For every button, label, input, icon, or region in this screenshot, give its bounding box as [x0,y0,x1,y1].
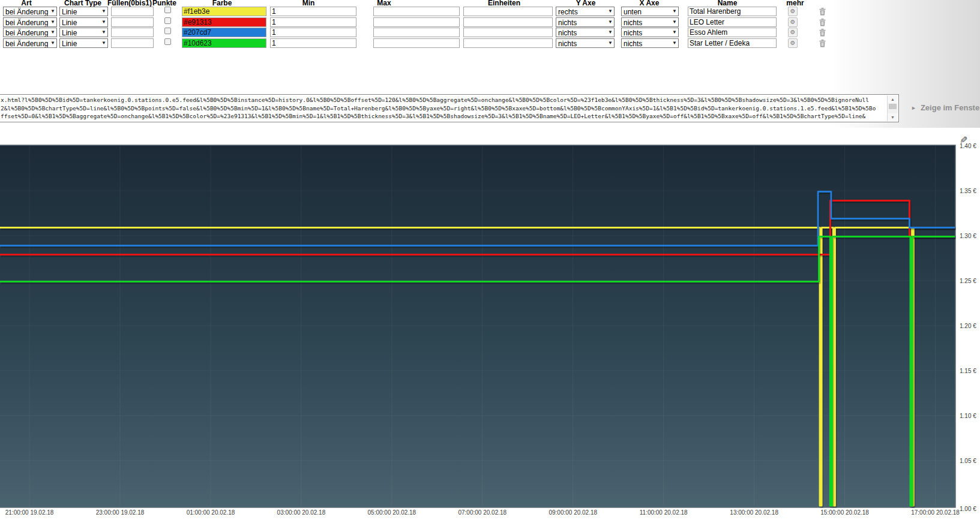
trash-icon [819,8,826,16]
chart-type-select[interactable]: Linie▼ [59,28,108,37]
chart-type-select[interactable]: Linie▼ [59,7,108,16]
einheiten-input[interactable] [463,7,553,16]
max-input[interactable] [373,28,460,37]
chevron-down-icon: ▼ [101,9,106,14]
settings-button[interactable]: ⚙ [788,38,798,48]
col-header-einheiten: Einheiten [488,0,520,7]
min-input[interactable] [270,17,356,27]
trash-icon [819,40,826,47]
y-axe-select[interactable]: nichts▼ [556,17,615,27]
y-axis-tick-label: 1.00 € [960,506,976,512]
art-select[interactable]: bei Änderung▼ [3,7,57,16]
show-in-window-button[interactable]: ►Zeige im Fenster [911,101,980,115]
scrollbar-thumb[interactable] [889,104,897,109]
name-input[interactable] [688,7,777,16]
trash-icon [819,29,826,37]
fuellen-input[interactable] [111,38,154,48]
url-line: 2&l%5B0%5D%5BchartType%5D=line&l%5B0%5D%… [1,104,886,113]
delete-button[interactable] [817,28,827,38]
y-axis-tick-label: 1.35 € [960,188,976,194]
chart-type-select[interactable]: Linie▼ [59,17,108,27]
name-input[interactable] [688,28,777,37]
punkte-checkbox[interactable] [164,28,171,34]
farbe-input[interactable] [182,38,266,48]
url-line: x.html?l%5B0%5D%5Bid%5D=tankerkoenig.0.s… [1,96,886,104]
y-axis-tick-label: 1.30 € [960,233,976,239]
show-in-window-label: Zeige im Fenster [921,103,980,112]
chevron-down-icon: ▼ [50,20,55,25]
farbe-input[interactable] [182,28,266,37]
chevron-down-icon: ▼ [50,9,55,14]
play-icon: ► [911,105,916,111]
fuellen-input[interactable] [111,28,154,37]
x-axis-tick-label: 09:00:00 20.02.18 [549,509,597,516]
scroll-down-icon[interactable]: ▼ [888,113,898,121]
min-input[interactable] [270,28,356,37]
farbe-input[interactable] [182,17,266,27]
y-axe-select[interactable]: rechts▼ [556,7,615,16]
scroll-up-icon[interactable]: ▲ [888,95,898,103]
chart-url-text: x.html?l%5B0%5D%5Bid%5D=tankerkoenig.0.s… [1,96,886,121]
chevron-down-icon: ▼ [101,41,106,46]
col-header-fuellen: Füllen(0bis1) [107,0,152,7]
col-header-art: Art [21,0,31,7]
x-axe-select[interactable]: unten▼ [621,7,679,16]
chevron-down-icon: ▼ [101,30,106,35]
chart-url-textarea[interactable]: x.html?l%5B0%5D%5Bid%5D=tankerkoenig.0.s… [0,94,899,122]
chevron-down-icon: ▼ [672,20,677,25]
x-axe-select[interactable]: nichts▼ [621,17,679,27]
min-input[interactable] [270,7,356,16]
url-line: ffset%5D=0&l%5B1%5D%5Baggregate%5D=oncha… [1,112,886,121]
x-axis-tick-label: 23:00:00 19.02.18 [96,509,145,516]
fuellen-input[interactable] [111,17,154,27]
max-input[interactable] [373,7,460,16]
x-axe-select[interactable]: nichts▼ [621,38,679,48]
punkte-checkbox[interactable] [164,38,171,45]
einheiten-input[interactable] [463,17,553,27]
col-header-x-axe: X Axe [640,0,660,7]
delete-button[interactable] [817,17,827,28]
col-header-mehr: mehr [786,0,804,7]
name-input[interactable] [688,38,777,48]
farbe-input[interactable] [182,7,266,16]
chart-type-select[interactable]: Linie▼ [59,38,108,48]
min-input[interactable] [270,38,356,48]
art-select[interactable]: bei Änderung▼ [3,28,57,37]
x-axis-tick-label: 05:00:00 20.02.18 [368,509,416,516]
x-axis-tick-label: 11:00:00 20.02.18 [640,509,688,516]
settings-button[interactable]: ⚙ [788,7,798,16]
col-header-chart-type: Chart Type [64,0,101,7]
delete-button[interactable] [817,7,827,17]
settings-button[interactable]: ⚙ [788,17,798,27]
col-header-punkte: Punkte [152,0,176,7]
max-input[interactable] [373,38,460,48]
y-axis-tick-label: 1.25 € [960,278,976,284]
y-axe-select[interactable]: nichts▼ [556,28,615,37]
gear-icon: ⚙ [790,8,796,14]
chevron-down-icon: ▼ [672,30,677,35]
delete-button[interactable] [817,38,827,49]
art-select[interactable]: bei Änderung▼ [3,38,57,48]
y-axis-tick-label: 1.05 € [960,458,976,464]
x-axis-tick-label: 01:00:00 20.02.18 [187,509,235,516]
x-axis-tick-label: 03:00:00 20.02.18 [277,509,326,516]
chevron-down-icon: ▼ [608,9,613,14]
punkte-checkbox[interactable] [164,7,171,13]
chevron-down-icon: ▼ [608,30,613,35]
x-axe-select[interactable]: nichts▼ [621,28,679,37]
col-header-y-axe: Y Axe [576,0,596,7]
fuellen-input[interactable] [111,7,154,16]
y-axe-select[interactable]: nichts▼ [556,38,615,48]
settings-button[interactable]: ⚙ [788,28,798,37]
einheiten-input[interactable] [463,28,553,37]
pencil-cursor-icon: ✎ [960,134,967,146]
name-input[interactable] [688,17,777,27]
art-select[interactable]: bei Änderung▼ [3,17,57,27]
chevron-down-icon: ▼ [672,9,677,14]
einheiten-input[interactable] [463,38,553,48]
max-input[interactable] [373,17,460,27]
url-scrollbar[interactable]: ▲ ▼ [887,95,898,121]
gear-icon: ⚙ [790,40,796,46]
x-axis-tick-label: 13:00:00 20.02.18 [730,509,778,516]
punkte-checkbox[interactable] [164,17,171,24]
